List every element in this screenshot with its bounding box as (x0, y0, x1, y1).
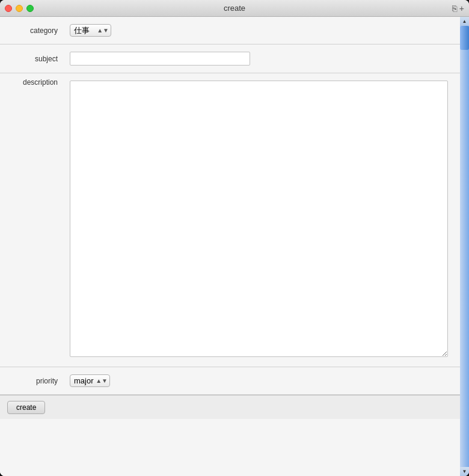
priority-row: priority major minor critical trivial ▲▼ (0, 367, 460, 395)
minimize-button[interactable] (16, 5, 23, 12)
priority-field: major minor critical trivial ▲▼ (65, 372, 460, 389)
titlebar-icon-1: ⎘ (452, 4, 457, 13)
close-button[interactable] (5, 5, 12, 12)
subject-row: subject (0, 44, 460, 73)
description-textarea[interactable] (70, 81, 448, 357)
priority-select[interactable]: major minor critical trivial (70, 374, 110, 387)
scrollbar-up-button[interactable]: ▲ (460, 17, 469, 26)
category-field: 仕事 個人 その他 ▲▼ (65, 22, 460, 39)
maximize-button[interactable] (26, 5, 34, 12)
titlebar-actions: ⎘ + (452, 4, 464, 13)
category-row: category 仕事 個人 その他 ▲▼ (0, 17, 460, 44)
window-body: category 仕事 個人 その他 ▲▼ (0, 17, 469, 476)
priority-label: priority (0, 377, 65, 385)
category-label: category (0, 26, 65, 35)
titlebar-icon-2[interactable]: + (459, 4, 464, 13)
description-field (65, 78, 460, 362)
subject-label: subject (0, 55, 65, 63)
scrollbar: ▲ ▼ (460, 17, 469, 476)
window-title: create (224, 4, 245, 13)
app-window: create ⎘ + category 仕事 個人 その他 (0, 0, 469, 476)
priority-select-wrapper: major minor critical trivial ▲▼ (70, 374, 110, 387)
scrollbar-track[interactable] (460, 26, 469, 467)
form-container: category 仕事 個人 その他 ▲▼ (0, 17, 460, 419)
content-area: category 仕事 個人 その他 ▲▼ (0, 17, 460, 476)
scrollbar-thumb[interactable] (460, 26, 469, 50)
category-select-wrapper: 仕事 個人 その他 ▲▼ (70, 24, 111, 37)
subject-field (65, 49, 460, 68)
category-select[interactable]: 仕事 個人 その他 (70, 24, 111, 37)
traffic-lights (5, 5, 34, 12)
subject-input[interactable] (70, 52, 250, 66)
scrollbar-down-icon: ▼ (462, 469, 467, 474)
footer-row: create (0, 395, 460, 419)
scrollbar-up-icon: ▲ (462, 19, 467, 24)
description-row: description (0, 73, 460, 367)
scrollbar-down-button[interactable]: ▼ (460, 467, 469, 476)
description-label: description (0, 78, 65, 87)
titlebar: create ⎘ + (0, 0, 469, 17)
create-button[interactable]: create (7, 401, 45, 414)
